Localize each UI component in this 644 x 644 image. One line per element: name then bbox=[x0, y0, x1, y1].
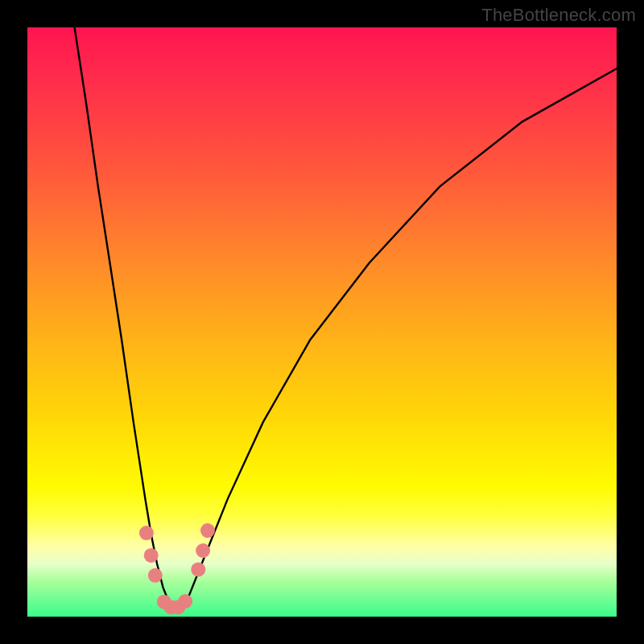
chart-frame: TheBottleneck.com bbox=[0, 0, 644, 644]
left-marker-1 bbox=[139, 526, 154, 540]
curve-markers bbox=[139, 523, 215, 614]
left-marker-2 bbox=[144, 548, 159, 563]
curve-layer bbox=[27, 27, 617, 617]
right-marker-1 bbox=[191, 562, 205, 576]
attribution-label: TheBottleneck.com bbox=[481, 5, 636, 26]
valley-marker-4 bbox=[178, 594, 192, 609]
left-marker-3 bbox=[148, 568, 163, 583]
right-marker-3 bbox=[200, 523, 215, 538]
plot-area bbox=[27, 27, 617, 617]
valley-marker-2 bbox=[164, 600, 179, 614]
right-marker-2 bbox=[196, 543, 210, 558]
bottleneck-curve bbox=[75, 27, 617, 608]
valley-marker-1 bbox=[157, 595, 171, 609]
valley-marker-3 bbox=[171, 600, 185, 614]
